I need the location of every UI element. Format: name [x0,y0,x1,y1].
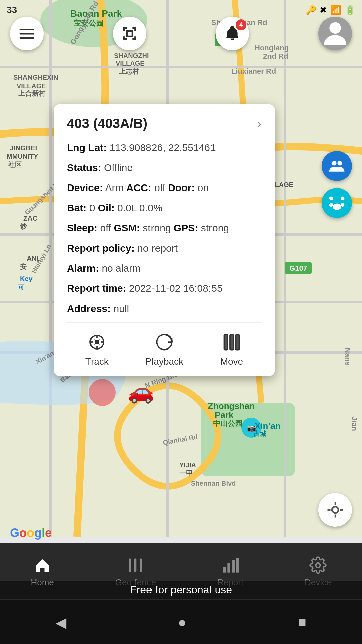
back-button[interactable]: ◀ [56,614,66,631]
device-popup: 403 (403A/B) › Lng Lat: 113.908826, 22.5… [54,104,275,376]
playback-label: Playback [145,356,183,367]
svg-rect-45 [129,558,131,572]
wifi-icon: ✖ [320,5,327,15]
svg-point-25 [329,196,333,200]
gps-label: GPS: [174,222,198,233]
sleep-value: off [100,222,111,233]
popup-header: 403 (403A/B) › [67,116,261,131]
move-button[interactable]: Move [220,332,243,367]
pet-button[interactable] [322,188,352,218]
top-nav: 4 [0,17,362,50]
oil-value: 0.0L 0.0% [117,202,162,213]
track-button[interactable]: Track [85,332,109,367]
notification-badge: 4 [236,19,246,30]
signal-icon: 📶 [330,5,341,15]
alarm-label: Alarm: [67,263,99,274]
svg-point-40 [332,507,338,513]
acc-label: ACC: [126,182,152,193]
google-logo: Google [10,526,52,540]
acc-value: off [154,182,165,193]
gsm-label: GSM: [114,222,140,233]
report-time-value: 2022-11-02 16:08:55 [129,283,223,294]
gps-value: strong [201,222,229,233]
bat-value: 0 [89,202,95,213]
svg-point-27 [329,203,333,207]
track-label: Track [85,356,109,367]
report-time-label: Report time: [67,283,126,294]
sleep-label: Sleep: [67,222,97,233]
door-value: on [198,182,209,193]
address-label: Address: [67,303,111,314]
report-policy-label: Report policy: [67,243,135,254]
svg-text:📷: 📷 [247,423,256,432]
address-value: null [113,303,129,314]
device-label: Device: [67,182,103,193]
home-button[interactable]: ● [178,614,186,630]
svg-rect-39 [236,335,239,350]
status-value: Offline [104,162,133,173]
status-time: 33 [7,5,17,15]
address-row: Address: null [67,302,261,316]
alarm-row: Alarm: no alarm [67,261,261,275]
battery-icon: 🔋 [345,5,355,15]
svg-rect-46 [134,558,137,572]
bat-row: Bat: 0 Oil: 0.0L 0.0% [67,201,261,215]
svg-rect-49 [227,563,230,572]
popup-actions: Track Playback Move [67,322,261,376]
oil-label: Oil: [98,202,115,213]
svg-point-52 [316,563,320,567]
menu-button[interactable] [10,17,44,50]
gsm-value: strong [143,222,171,233]
bat-label: Bat: [67,202,86,213]
svg-rect-21 [127,31,132,37]
key-icon: 🔑 [306,5,316,15]
lnglat-row: Lng Lat: 113.908826, 22.551461 [67,141,261,155]
device-value: Arm [105,182,123,193]
svg-point-22 [329,22,341,34]
my-location-button[interactable] [318,493,352,527]
svg-rect-37 [224,335,227,350]
svg-point-26 [341,196,344,200]
status-row: Status: Offline [67,161,261,175]
svg-rect-47 [140,558,142,572]
watermark: Free for personal use [0,581,362,599]
report-policy-value: no report [137,243,178,254]
svg-text:G107: G107 [289,264,307,272]
alarm-value: no alarm [102,263,141,274]
pink-marker [89,379,116,406]
device-row: Device: Arm ACC: off Door: on [67,181,261,195]
svg-point-28 [341,203,344,207]
car-marker: 🚗 [127,379,154,404]
lnglat-value: 113.908826, 22.551461 [110,142,216,153]
status-icons: 🔑 ✖ 📶 🔋 [306,5,355,15]
recents-button[interactable]: ■ [298,614,306,630]
svg-rect-38 [230,335,233,350]
playback-button[interactable]: Playback [145,332,183,367]
android-nav-bar: ◀ ● ■ [0,600,362,644]
sleep-row: Sleep: off GSM: strong GPS: strong [67,221,261,235]
svg-rect-50 [232,560,235,572]
popup-arrow[interactable]: › [257,116,261,131]
svg-rect-51 [236,558,239,572]
right-buttons [322,151,352,218]
notification-button[interactable]: 4 [216,17,249,50]
svg-point-23 [332,161,337,166]
lnglat-label: Lng Lat: [67,142,107,153]
people-button[interactable] [322,151,352,181]
svg-rect-48 [223,567,226,572]
move-label: Move [220,356,243,367]
svg-point-24 [337,161,342,166]
popup-title: 403 (403A/B) [67,116,147,131]
status-label: Status: [67,162,101,173]
fit-bounds-button[interactable] [113,17,146,50]
report-policy-row: Report policy: no report [67,241,261,255]
profile-button[interactable] [318,17,352,50]
svg-point-29 [333,203,341,210]
report-time-row: Report time: 2022-11-02 16:08:55 [67,281,261,296]
door-label: Door: [168,182,195,193]
